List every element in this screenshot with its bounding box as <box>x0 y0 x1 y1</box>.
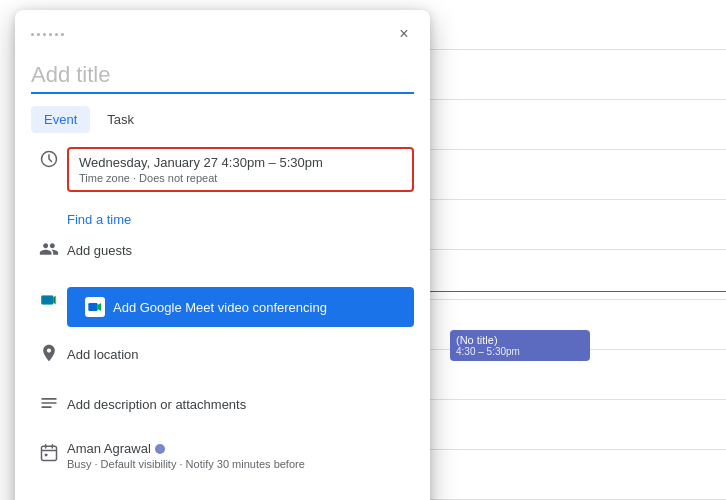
datetime-main: Wednesday, January 27 4:30pm – 5:30pm <box>79 155 402 170</box>
title-input[interactable] <box>31 56 414 94</box>
calendar-event-block[interactable]: (No title) 4:30 – 5:30pm <box>450 330 590 361</box>
add-location-text[interactable]: Add location <box>67 341 414 362</box>
datetime-box[interactable]: Wednesday, January 27 4:30pm – 5:30pm Ti… <box>67 147 414 192</box>
clock-icon <box>31 147 67 169</box>
event-task-tabs: Event Task <box>31 106 414 133</box>
dialog-body: Event Task Wednesday, January 27 4:30pm … <box>15 48 430 500</box>
calendar-user-sub: Busy · Default visibility · Notify 30 mi… <box>67 458 414 470</box>
add-meet-button[interactable]: Add Google Meet video conferencing <box>67 287 414 327</box>
dialog-header: × <box>15 10 430 48</box>
location-icon <box>31 341 67 363</box>
add-location-content: Add location <box>67 341 414 362</box>
tab-task[interactable]: Task <box>94 106 147 133</box>
calendar-grid <box>420 0 726 500</box>
current-time-rule <box>425 291 726 292</box>
svg-rect-7 <box>42 446 57 460</box>
svg-rect-8 <box>45 454 48 457</box>
calendar-user-content: Aman Agrawal Busy · Default visibility ·… <box>67 441 414 470</box>
drag-handle <box>31 33 64 36</box>
add-guests-text[interactable]: Add guests <box>67 237 414 258</box>
description-icon <box>31 391 67 413</box>
calendar-user-name: Aman Agrawal <box>67 441 151 456</box>
meet-button-content: Add Google Meet video conferencing <box>67 287 414 327</box>
people-icon <box>31 237 67 259</box>
find-time-link[interactable]: Find a time <box>67 212 131 227</box>
close-button[interactable]: × <box>390 20 418 48</box>
add-guests-row: Add guests <box>31 237 414 273</box>
calendar-event-title: (No title) <box>456 334 584 346</box>
svg-rect-6 <box>88 303 97 311</box>
datetime-sub: Time zone · Does not repeat <box>79 172 402 184</box>
datetime-content: Wednesday, January 27 4:30pm – 5:30pm Ti… <box>67 147 414 192</box>
calendar-event-time: 4:30 – 5:30pm <box>456 346 584 357</box>
add-description-row: Add description or attachments <box>31 391 414 427</box>
calendar-user-name-row: Aman Agrawal <box>67 441 414 456</box>
meet-icon-wrapper <box>31 287 67 311</box>
meet-logo-icon <box>85 297 105 317</box>
add-guests-content: Add guests <box>67 237 414 258</box>
add-location-row: Add location <box>31 341 414 377</box>
current-time-indicator <box>420 290 726 292</box>
calendar-icon <box>31 441 67 463</box>
tab-event[interactable]: Event <box>31 106 90 133</box>
calendar-user-row: Aman Agrawal Busy · Default visibility ·… <box>31 441 414 477</box>
add-description-text[interactable]: Add description or attachments <box>67 391 414 412</box>
svg-rect-5 <box>42 297 52 304</box>
meet-button-label: Add Google Meet video conferencing <box>113 300 327 315</box>
add-description-content: Add description or attachments <box>67 391 414 412</box>
event-creation-dialog: × Event Task Wednesday, January 27 4:30p… <box>15 10 430 500</box>
meet-row: Add Google Meet video conferencing <box>31 287 414 327</box>
user-avatar-dot <box>155 444 165 454</box>
datetime-row: Wednesday, January 27 4:30pm – 5:30pm Ti… <box>31 147 414 192</box>
